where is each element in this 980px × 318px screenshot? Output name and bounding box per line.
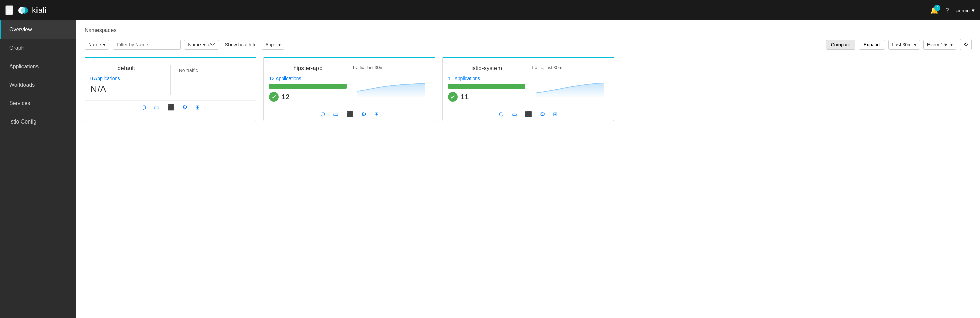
hamburger-button[interactable]: ☰ <box>5 5 13 15</box>
user-menu[interactable]: admin ▾ <box>956 7 975 13</box>
ns-name-istio: istio-system <box>448 65 525 72</box>
ns-services-icon-hipster[interactable]: ⚙ <box>361 111 366 117</box>
ns-divider-default <box>170 65 171 95</box>
ns-chart-hipster <box>352 73 430 97</box>
ns-health-istio: ✓ 11 <box>448 92 525 102</box>
chevron-down-icon: ▾ <box>972 7 975 13</box>
sidebar-item-label: Workloads <box>9 82 35 88</box>
apps-dropdown-chevron <box>278 42 281 48</box>
sidebar-item-istio-config[interactable]: Istio Config <box>0 113 76 131</box>
ns-app-count-hipster[interactable]: 12 Applications <box>269 76 347 81</box>
navbar-left: ☰ kiali <box>5 4 47 16</box>
ns-health-hipster: ✓ 12 <box>269 92 347 102</box>
ns-card-inner-istio: istio-system 11 Applications ✓ 11 <box>442 58 614 107</box>
sidebar-item-label: Services <box>9 100 30 106</box>
ns-app-count-default[interactable]: 0 Applications <box>91 76 162 81</box>
refresh-interval-label: Every 15s <box>927 42 948 48</box>
kiali-logo: kiali <box>17 4 47 16</box>
kiali-logo-icon <box>17 4 29 16</box>
expand-label: Expand <box>864 42 880 48</box>
sidebar-item-workloads[interactable]: Workloads <box>0 76 76 94</box>
ns-apps-icon-istio[interactable]: ▭ <box>512 111 517 117</box>
ns-graph-icon-istio[interactable]: ⬡ <box>499 111 504 117</box>
sidebar-item-label: Overview <box>9 27 32 32</box>
ns-left-hipster: hipster-app 12 Applications ✓ 12 <box>269 65 347 102</box>
ns-progress-istio <box>448 84 525 89</box>
ns-progress-fill-hipster <box>269 84 347 89</box>
ns-apps-icon-hipster[interactable]: ▭ <box>333 111 338 117</box>
time-range-label: Last 30m <box>892 42 912 48</box>
check-icon-hipster: ✓ <box>272 94 276 100</box>
ns-card-footer-hipster: ⬡ ▭ ⬛ ⚙ ⊞ <box>264 107 435 121</box>
ns-services-icon-default[interactable]: ⚙ <box>183 104 187 110</box>
ns-name-default: default <box>91 65 162 72</box>
ns-left-istio: istio-system 11 Applications ✓ 11 <box>448 65 525 102</box>
sidebar-item-graph[interactable]: Graph <box>0 39 76 58</box>
ns-traffic-label-istio: Traffic, last 30m <box>531 65 608 70</box>
filter-input[interactable] <box>113 40 181 50</box>
namespace-card-default: default 0 Applications N/A No traffic ⬡ … <box>84 57 256 121</box>
check-icon-istio: ✓ <box>450 94 455 100</box>
navbar-right: 🔔 2 ? admin ▾ <box>930 6 975 14</box>
ns-progress-fill-istio <box>448 84 525 89</box>
sidebar-item-applications[interactable]: Applications <box>0 58 76 76</box>
namespace-card-hipster-app: hipster-app 12 Applications ✓ 12 <box>263 57 435 121</box>
notification-button[interactable]: 🔔 2 <box>930 6 939 14</box>
sidebar-item-label: Istio Config <box>9 119 37 125</box>
ns-card-inner-hipster: hipster-app 12 Applications ✓ 12 <box>264 58 435 107</box>
help-button[interactable]: ? <box>945 6 949 14</box>
ns-services-icon-istio[interactable]: ⚙ <box>540 111 545 117</box>
namespace-card-istio-system: istio-system 11 Applications ✓ 11 <box>442 57 614 121</box>
ns-card-footer-istio: ⬡ ▭ ⬛ ⚙ ⊞ <box>442 107 614 121</box>
ns-workloads-icon-default[interactable]: ⬛ <box>167 104 174 110</box>
refresh-button[interactable]: ↻ <box>960 39 972 50</box>
expand-button[interactable]: Expand <box>859 40 885 50</box>
filter-select-label: Name <box>88 42 101 48</box>
ns-chart-istio <box>531 73 608 97</box>
layout: Overview Graph Applications Workloads Se… <box>0 21 980 318</box>
sidebar-item-label: Graph <box>9 45 24 51</box>
compact-button[interactable]: Compact <box>826 40 855 50</box>
ns-na-label: N/A <box>91 84 162 95</box>
ns-graph-icon-default[interactable]: ⬡ <box>141 104 146 110</box>
apps-dropdown-label: Apps <box>265 42 276 48</box>
time-range-dropdown[interactable]: Last 30m <box>888 40 920 50</box>
check-circle-istio: ✓ <box>448 92 458 102</box>
compact-label: Compact <box>831 42 850 48</box>
ns-graph-icon-hipster[interactable]: ⬡ <box>320 111 325 117</box>
ns-config-icon-hipster[interactable]: ⊞ <box>374 111 379 117</box>
ns-right-istio: Traffic, last 30m <box>531 65 608 102</box>
refresh-interval-dropdown[interactable]: Every 15s <box>923 40 956 50</box>
refresh-icon: ↻ <box>964 42 968 48</box>
apps-dropdown[interactable]: Apps <box>261 40 285 50</box>
sidebar-item-label: Applications <box>9 64 38 69</box>
time-range-chevron <box>914 42 916 48</box>
page-title: Namespaces <box>84 27 972 34</box>
namespace-cards-grid: default 0 Applications N/A No traffic ⬡ … <box>84 57 972 121</box>
ns-workloads-icon-istio[interactable]: ⬛ <box>525 111 532 117</box>
sidebar-item-overview[interactable]: Overview <box>0 21 76 39</box>
ns-config-icon-default[interactable]: ⊞ <box>196 104 200 110</box>
ns-right-hipster: Traffic, last 30m <box>352 65 430 102</box>
filter-select[interactable]: Name <box>84 40 109 50</box>
sort-button[interactable]: Name ↕AZ <box>184 40 219 50</box>
toolbar: Name Name ↕AZ Show health for Apps Compa… <box>84 39 972 50</box>
refresh-chevron <box>950 42 953 48</box>
ns-card-inner-default: default 0 Applications N/A No traffic <box>85 58 256 100</box>
notification-badge: 2 <box>934 5 940 11</box>
ns-config-icon-istio[interactable]: ⊞ <box>553 111 557 117</box>
ns-app-count-istio[interactable]: 11 Applications <box>448 76 525 81</box>
sidebar-item-services[interactable]: Services <box>0 94 76 113</box>
ns-apps-icon-default[interactable]: ▭ <box>154 104 159 110</box>
ns-traffic-label-hipster: Traffic, last 30m <box>352 65 430 70</box>
navbar: ☰ kiali 🔔 2 ? admin ▾ <box>0 0 980 21</box>
question-icon: ? <box>945 6 949 14</box>
ns-workloads-icon-hipster[interactable]: ⬛ <box>347 111 353 117</box>
brand-name: kiali <box>32 6 47 15</box>
ns-left-default: default 0 Applications N/A <box>91 65 162 95</box>
sort-az-icon: ↕AZ <box>207 42 215 47</box>
username: admin <box>956 8 970 13</box>
sort-chevron <box>203 42 205 48</box>
ns-progress-hipster <box>269 84 347 89</box>
ns-no-traffic-default: No traffic <box>179 67 251 73</box>
